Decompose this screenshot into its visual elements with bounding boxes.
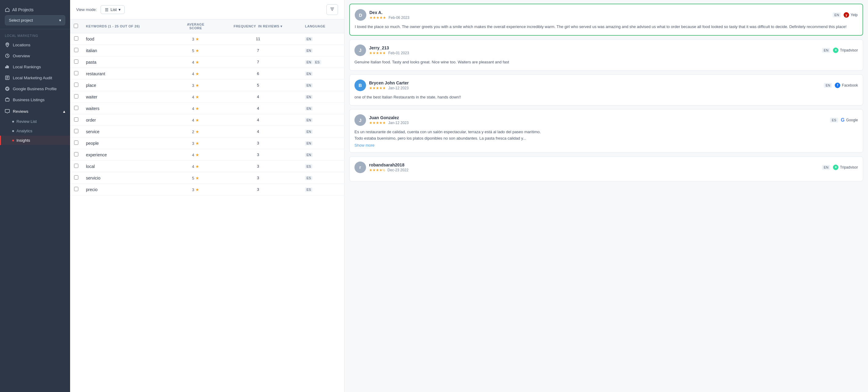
avatar: B [354, 80, 366, 91]
review-card[interactable]: r robandsarah2018 ★★★★½ Dec-23 2022 EN ✦… [349, 156, 863, 181]
language-cell: ES [302, 184, 344, 195]
reviews-toggle[interactable]: Reviews ▴ [0, 106, 70, 117]
all-projects-link[interactable]: All Projects [5, 5, 65, 15]
sidebar-item-local-marketing-audit[interactable]: Local Marketing Audit [0, 72, 70, 83]
toolbar: View mode: List ▾ [70, 0, 344, 20]
review-stars-date: ★★★★½ Dec-23 2022 [369, 168, 819, 172]
language-cell: ES [302, 172, 344, 184]
sidebar-sub-insights[interactable]: Insights [0, 135, 70, 145]
th-checkbox [70, 20, 82, 33]
star-icon: ★ [195, 94, 199, 99]
sidebar-item-local-rankings[interactable]: Local Rankings [0, 61, 70, 72]
select-all-checkbox[interactable] [74, 24, 78, 28]
review-lang: EN [824, 83, 832, 88]
score-cell: 4 ★ [177, 103, 215, 114]
frequency-cell: 4 [215, 91, 301, 103]
row-checkbox[interactable] [74, 48, 78, 52]
row-checkbox[interactable] [74, 175, 78, 180]
star-icon: ★ [195, 118, 199, 123]
review-text: I loved the place so much. The owner gre… [355, 24, 858, 30]
row-checkbox[interactable] [74, 187, 78, 191]
review-date: Jan-12 2023 [388, 86, 409, 90]
reviewer-name: Dex A. [369, 10, 830, 15]
row-checkbox[interactable] [74, 59, 78, 64]
row-checkbox-cell [70, 114, 82, 126]
row-checkbox[interactable] [74, 94, 78, 98]
google-icon [5, 86, 10, 91]
row-checkbox-cell [70, 91, 82, 103]
insights-dot [12, 140, 14, 142]
review-card[interactable]: J Jerry_213 ★★★★★ Feb-01 2023 EN ✦Tripad… [349, 39, 863, 71]
row-checkbox[interactable] [74, 129, 78, 133]
show-more-link[interactable]: Show more [354, 143, 858, 148]
review-card[interactable]: J Juan Gonzalez ★★★★★ Jan-12 2023 ES GGo… [349, 109, 863, 153]
sidebar-sub-review-list[interactable]: Review List [0, 117, 70, 126]
svg-rect-4 [5, 98, 9, 101]
sidebar-item-business-listings[interactable]: Business Listings [0, 94, 70, 105]
row-checkbox[interactable] [74, 117, 78, 122]
review-stars: ★★★★½ [369, 168, 385, 172]
review-meta: Jerry_213 ★★★★★ Feb-01 2023 [369, 46, 819, 55]
row-checkbox[interactable] [74, 164, 78, 168]
table-row: food 3 ★ 11 EN [70, 33, 344, 45]
keyword-cell: pasta [82, 56, 177, 68]
score-cell: 4 ★ [177, 56, 215, 68]
keywords-panel: View mode: List ▾ KEYWORDS (1 - [70, 0, 344, 392]
keyword-cell: place [82, 80, 177, 91]
review-source: EN ✦Tripadvisor [822, 48, 858, 53]
frequency-cell: 3 [215, 138, 301, 149]
review-header: J Jerry_213 ★★★★★ Feb-01 2023 EN ✦Tripad… [354, 44, 858, 56]
star-icon: ★ [195, 106, 199, 111]
review-card[interactable]: B Brycen John Carter ★★★★★ Jan-12 2023 E… [349, 74, 863, 106]
th-keywords: KEYWORDS (1 - 25 OUT OF 26) [82, 20, 177, 33]
sidebar-item-overview[interactable]: Overview [0, 50, 70, 61]
row-checkbox[interactable] [74, 71, 78, 75]
frequency-cell: 4 [215, 126, 301, 138]
review-date: Feb-06 2023 [389, 16, 409, 20]
review-lang: EN [822, 48, 830, 53]
row-checkbox-cell [70, 126, 82, 138]
frequency-cell: 3 [215, 161, 301, 172]
score-cell: 3 ★ [177, 33, 215, 45]
frequency-cell: 3 [215, 149, 301, 161]
frequency-cell: 6 [215, 68, 301, 80]
filter-icon [330, 7, 335, 11]
lang-badge: ES [305, 164, 313, 169]
row-checkbox-cell [70, 149, 82, 161]
reviewer-name: Juan Gonzalez [369, 115, 827, 120]
keyword-cell: waiters [82, 103, 177, 114]
project-select[interactable]: Select project ▾ [5, 15, 65, 25]
row-checkbox[interactable] [74, 141, 78, 145]
reviews-label: Reviews [13, 109, 28, 114]
language-cell: EN [302, 33, 344, 45]
lang-badge: EN [305, 83, 313, 88]
reviewer-name: robandsarah2018 [369, 162, 819, 167]
filter-button[interactable] [327, 4, 338, 15]
language-cell: EN [302, 114, 344, 126]
row-checkbox[interactable] [74, 152, 78, 156]
review-stars-date: ★★★★★ Jan-12 2023 [369, 121, 827, 125]
sidebar-item-locations[interactable]: Locations [0, 39, 70, 50]
sidebar-item-google-business-profile[interactable]: Google Business Profile [0, 83, 70, 94]
reviews-toggle-left: Reviews [5, 109, 28, 114]
frequency-cell: 3 [215, 172, 301, 184]
view-mode-select[interactable]: List ▾ [100, 5, 125, 14]
lang-badge: ES [314, 60, 321, 64]
row-checkbox[interactable] [74, 106, 78, 110]
row-checkbox[interactable] [74, 83, 78, 87]
table-row: service 2 ★ 4 EN [70, 126, 344, 138]
locations-label: Locations [13, 43, 30, 47]
review-card[interactable]: D Dex A. ★★★★★ Feb-06 2023 EN yYelp I lo… [349, 4, 863, 36]
reviewer-name: Jerry_213 [369, 46, 819, 50]
lang-badge: ES [305, 187, 313, 192]
keywords-tbody: food 3 ★ 11 EN italian 5 ★ 7 EN pasta 4 … [70, 33, 344, 195]
freq-sort-icon[interactable]: ▾ [280, 24, 282, 28]
sidebar-sub-analytics[interactable]: Analytics [0, 126, 70, 135]
frequency-cell: 5 [215, 80, 301, 91]
row-checkbox[interactable] [74, 36, 78, 40]
review-source: EN ✦Tripadvisor [822, 164, 858, 170]
avatar: r [354, 161, 366, 173]
frequency-cell: 7 [215, 45, 301, 56]
tripadvisor-icon: ✦ [833, 164, 838, 170]
row-checkbox-cell [70, 33, 82, 45]
